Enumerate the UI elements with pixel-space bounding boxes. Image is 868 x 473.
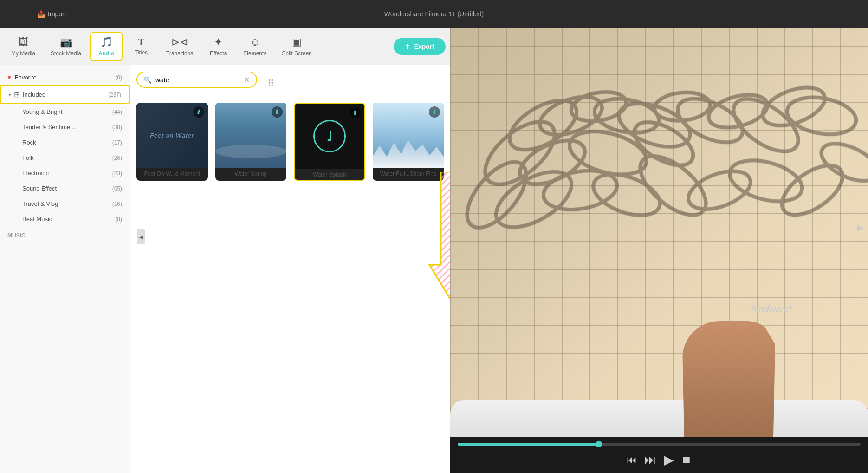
- toolbar-transitions[interactable]: ⊳⊲ Transitions: [160, 33, 200, 60]
- water-shark-thumbnail: ⬇: [373, 103, 444, 168]
- beat-music-label: Beat Music: [22, 216, 52, 223]
- sidebar-item-folk[interactable]: Folk (26): [0, 150, 130, 165]
- export-button[interactable]: ⬆ Export: [394, 38, 446, 55]
- main-layout: 🖼 My Media 📷 Stock Media 🎵 Audio T Title…: [0, 28, 868, 473]
- feet-water-thumbnail: Feet on Water ⬇: [136, 103, 208, 168]
- music-note-icon: ♩: [313, 120, 346, 152]
- svg-point-24: [774, 156, 851, 224]
- sidebar-item-young-bright[interactable]: Young & Bright (44): [0, 104, 130, 119]
- swirl-decoration: [450, 28, 868, 274]
- chevron-down-icon: ▾: [8, 92, 11, 98]
- app-title: Wondershare Filmora 11 (Untitled): [384, 10, 484, 18]
- toolbar-titles[interactable]: T Titles: [125, 33, 157, 59]
- progress-bar[interactable]: [458, 443, 861, 446]
- video-preview: hindware® ▶: [450, 28, 868, 437]
- hand-element: [682, 321, 775, 437]
- sidebar-item-favorite[interactable]: ♥ Favorite (0): [0, 70, 130, 85]
- search-icon: 🔍: [144, 76, 152, 84]
- rewind-button[interactable]: ⏮: [627, 454, 637, 466]
- water-splash-thumbnail: ♩ ⬇: [295, 104, 364, 169]
- progress-handle[interactable]: [596, 441, 602, 447]
- folk-count: (26): [112, 155, 122, 161]
- elements-icon: ☺: [250, 36, 260, 48]
- drag-arrow-indicator: [427, 172, 450, 311]
- media-card-feet-water[interactable]: Feet on Water ⬇ Feet On W...d Moment: [136, 103, 208, 181]
- toolbar-audio[interactable]: 🎵 Audio: [90, 32, 123, 61]
- svg-point-18: [487, 160, 581, 238]
- media-card-water-shark[interactable]: ⬇ Water Full...Shark Fins: [373, 103, 444, 181]
- water-splash-download-badge: ⬇: [350, 107, 361, 118]
- sidebar-item-travel-vlog[interactable]: Travel & Vlog (16): [0, 196, 130, 211]
- sidebar-item-rock[interactable]: Rock (17): [0, 135, 130, 150]
- toolbar-my-media[interactable]: 🖼 My Media: [5, 33, 42, 60]
- tender-count: (38): [112, 124, 122, 131]
- export-label: Export: [414, 43, 434, 50]
- toolbar-split-screen[interactable]: ▣ Split Screen: [275, 33, 318, 60]
- toolbar-effects[interactable]: ✦ Effects: [202, 33, 234, 60]
- sidebar-item-tender[interactable]: Tender & Sentime... (38): [0, 119, 130, 135]
- grid-icon: ⊞: [14, 90, 20, 99]
- sound-effect-label: Sound Effect: [22, 185, 57, 192]
- import-icon: 📥: [37, 10, 45, 18]
- electronic-count: (23): [112, 170, 122, 177]
- heart-icon: ♥: [7, 74, 11, 81]
- favorite-label: Favorite: [15, 74, 37, 81]
- water-splash-title: Water Splash: [295, 169, 364, 180]
- folk-label: Folk: [22, 154, 34, 161]
- young-bright-count: (44): [112, 109, 122, 115]
- split-screen-label: Split Screen: [282, 50, 312, 57]
- feet-water-download-badge: ⬇: [193, 106, 204, 118]
- search-bar[interactable]: 🔍 ✕: [136, 72, 257, 88]
- sidebar-item-electronic[interactable]: Electronic (23): [0, 165, 130, 181]
- water-shark-title: Water Full...Shark Fins: [373, 168, 444, 179]
- water-spring-download-badge: ⬇: [272, 106, 283, 118]
- effects-label: Effects: [210, 50, 227, 57]
- sound-effect-count: (65): [112, 185, 122, 192]
- right-panel: hindware® ▶ ⏮ ⏭ ▶ ⏹: [450, 28, 868, 473]
- toolbar-stock-media[interactable]: 📷 Stock Media: [44, 33, 88, 60]
- feet-water-text: Feet on Water: [150, 132, 194, 139]
- included-label: Included: [23, 91, 45, 98]
- beat-music-count: (8): [115, 216, 122, 223]
- hindware-text: hindware®: [751, 304, 793, 315]
- bathtub-element: [450, 400, 868, 437]
- tender-label: Tender & Sentime...: [22, 124, 75, 131]
- content-area: ♥ Favorite (0) ▾ ⊞ Included (237) Young …: [0, 65, 450, 473]
- sidebar-item-included[interactable]: ▾ ⊞ Included (237): [0, 85, 130, 104]
- travel-vlog-count: (16): [112, 201, 122, 207]
- clear-search-button[interactable]: ✕: [244, 75, 250, 84]
- search-row: 🔍 ✕ ⠿: [136, 72, 444, 95]
- young-bright-label: Young & Bright: [22, 108, 62, 115]
- media-grid: Feet on Water ⬇ Feet On W...d Moment ⬇: [136, 103, 444, 181]
- grid-view-button[interactable]: ⠿: [267, 78, 274, 89]
- audio-icon: 🎵: [100, 36, 113, 48]
- left-panel: 🖼 My Media 📷 Stock Media 🎵 Audio T Title…: [0, 28, 450, 473]
- sidebar-item-beat-music[interactable]: Beat Music (8): [0, 211, 130, 227]
- travel-vlog-label: Travel & Vlog: [22, 200, 58, 207]
- transitions-icon: ⊳⊲: [171, 36, 188, 48]
- step-back-button[interactable]: ⏭: [644, 453, 656, 467]
- effects-icon: ✦: [214, 36, 222, 48]
- included-count: (237): [108, 92, 121, 98]
- video-nav-arrow[interactable]: ▶: [857, 223, 863, 233]
- svg-point-10: [628, 113, 700, 174]
- titles-icon: T: [138, 37, 144, 47]
- progress-fill: [458, 443, 599, 446]
- toolbar-elements[interactable]: ☺ Elements: [237, 33, 273, 60]
- play-button[interactable]: ▶: [664, 452, 674, 467]
- rock-count: (17): [112, 139, 122, 146]
- toolbar: 🖼 My Media 📷 Stock Media 🎵 Audio T Title…: [0, 28, 450, 65]
- elements-label: Elements: [243, 50, 266, 57]
- my-media-icon: 🖼: [18, 36, 28, 48]
- sidebar-collapse-handle[interactable]: ◀: [137, 229, 145, 244]
- water-shark-download-badge: ⬇: [429, 106, 440, 118]
- sidebar-item-sound-effect[interactable]: Sound Effect (65): [0, 181, 130, 196]
- media-card-water-splash[interactable]: ♩ ⬇ Water Splash: [294, 103, 365, 181]
- media-card-water-spring[interactable]: ⬇ Water Spring: [215, 103, 287, 181]
- import-button[interactable]: 📥 Import: [37, 10, 66, 18]
- stop-button[interactable]: ⏹: [681, 454, 692, 466]
- search-input[interactable]: [155, 76, 240, 84]
- svg-point-13: [705, 89, 771, 133]
- rock-label: Rock: [22, 139, 36, 146]
- media-area: 🔍 ✕ ⠿ Feet on Water ⬇ Feet On W...d: [130, 65, 450, 473]
